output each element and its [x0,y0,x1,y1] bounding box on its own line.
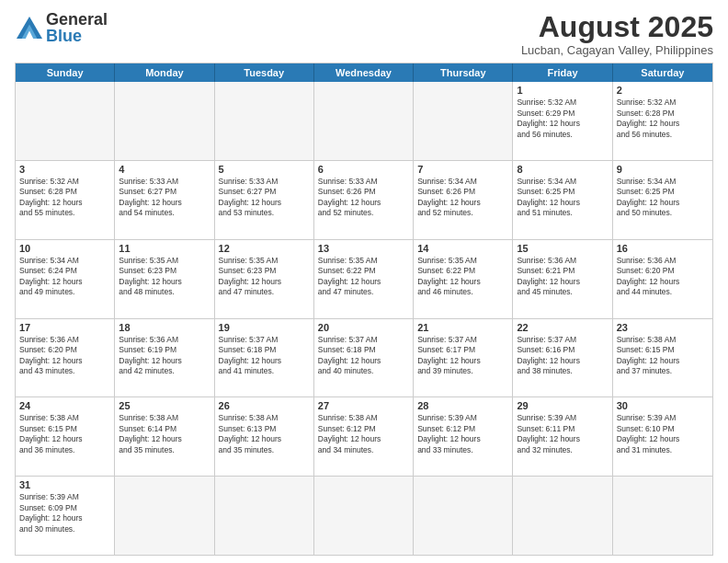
calendar-cell: 28Sunrise: 5:39 AM Sunset: 6:12 PM Dayli… [414,397,513,476]
calendar-cell: 29Sunrise: 5:39 AM Sunset: 6:11 PM Dayli… [513,397,612,476]
day-number: 18 [119,322,210,333]
day-info: Sunrise: 5:38 AM Sunset: 6:15 PM Dayligh… [617,335,709,377]
calendar-cell [16,82,115,160]
header-day-friday: Friday [513,63,612,82]
day-number: 5 [219,164,310,175]
day-info: Sunrise: 5:37 AM Sunset: 6:18 PM Dayligh… [318,335,409,377]
day-info: Sunrise: 5:36 AM Sunset: 6:20 PM Dayligh… [19,335,110,377]
calendar-cell: 14Sunrise: 5:35 AM Sunset: 6:22 PM Dayli… [414,240,513,318]
calendar-cell: 31Sunrise: 5:39 AM Sunset: 6:09 PM Dayli… [16,477,115,555]
calendar-cell: 6Sunrise: 5:33 AM Sunset: 6:26 PM Daylig… [314,161,414,239]
month-year: August 2025 [521,11,713,43]
calendar-cell [215,82,314,160]
day-number: 24 [19,400,110,411]
calendar-cell: 17Sunrise: 5:36 AM Sunset: 6:20 PM Dayli… [16,319,115,397]
calendar-header: SundayMondayTuesdayWednesdayThursdayFrid… [16,63,712,82]
calendar-cell [314,477,414,555]
day-info: Sunrise: 5:32 AM Sunset: 6:28 PM Dayligh… [617,98,709,140]
calendar-cell: 30Sunrise: 5:39 AM Sunset: 6:10 PM Dayli… [613,397,712,476]
title-block: August 2025 Lucban, Cagayan Valley, Phil… [521,11,713,57]
day-info: Sunrise: 5:33 AM Sunset: 6:27 PM Dayligh… [119,177,210,219]
calendar-cell: 27Sunrise: 5:38 AM Sunset: 6:12 PM Dayli… [314,397,414,476]
day-info: Sunrise: 5:37 AM Sunset: 6:17 PM Dayligh… [417,335,508,377]
day-info: Sunrise: 5:32 AM Sunset: 6:28 PM Dayligh… [19,177,110,219]
day-info: Sunrise: 5:34 AM Sunset: 6:26 PM Dayligh… [417,177,508,219]
day-number: 20 [318,322,409,333]
calendar-cell: 23Sunrise: 5:38 AM Sunset: 6:15 PM Dayli… [613,319,712,397]
day-number: 16 [617,243,709,254]
day-number: 30 [617,400,709,411]
calendar-cell [513,477,612,555]
calendar-cell: 2Sunrise: 5:32 AM Sunset: 6:28 PM Daylig… [613,82,712,160]
day-info: Sunrise: 5:34 AM Sunset: 6:24 PM Dayligh… [19,256,110,298]
calendar-cell: 12Sunrise: 5:35 AM Sunset: 6:23 PM Dayli… [215,240,314,318]
calendar-row: 10Sunrise: 5:34 AM Sunset: 6:24 PM Dayli… [16,239,712,318]
day-number: 9 [617,164,709,175]
calendar-cell: 13Sunrise: 5:35 AM Sunset: 6:22 PM Dayli… [314,240,414,318]
calendar-row: 24Sunrise: 5:38 AM Sunset: 6:15 PM Dayli… [16,396,712,476]
header-day-thursday: Thursday [414,63,513,82]
calendar-cell: 22Sunrise: 5:37 AM Sunset: 6:16 PM Dayli… [513,319,612,397]
day-info: Sunrise: 5:39 AM Sunset: 6:11 PM Dayligh… [517,413,608,455]
calendar-cell [414,82,513,160]
calendar-cell: 11Sunrise: 5:35 AM Sunset: 6:23 PM Dayli… [115,240,214,318]
calendar-cell: 1Sunrise: 5:32 AM Sunset: 6:29 PM Daylig… [513,82,612,160]
calendar-row: 31Sunrise: 5:39 AM Sunset: 6:09 PM Dayli… [16,476,712,555]
logo: General Blue [15,11,108,44]
calendar-row: 1Sunrise: 5:32 AM Sunset: 6:29 PM Daylig… [16,82,712,160]
calendar-body: 1Sunrise: 5:32 AM Sunset: 6:29 PM Daylig… [16,82,712,555]
day-info: Sunrise: 5:33 AM Sunset: 6:26 PM Dayligh… [318,177,409,219]
calendar-cell: 5Sunrise: 5:33 AM Sunset: 6:27 PM Daylig… [215,161,314,239]
day-info: Sunrise: 5:35 AM Sunset: 6:22 PM Dayligh… [318,256,409,298]
day-info: Sunrise: 5:34 AM Sunset: 6:25 PM Dayligh… [517,177,608,219]
logo-icon [17,17,42,39]
calendar: SundayMondayTuesdayWednesdayThursdayFrid… [15,63,713,556]
day-info: Sunrise: 5:38 AM Sunset: 6:15 PM Dayligh… [19,413,110,455]
day-info: Sunrise: 5:38 AM Sunset: 6:12 PM Dayligh… [318,413,409,455]
calendar-cell: 25Sunrise: 5:38 AM Sunset: 6:14 PM Dayli… [115,397,214,476]
day-number: 12 [219,243,310,254]
day-info: Sunrise: 5:34 AM Sunset: 6:25 PM Dayligh… [617,177,709,219]
calendar-cell: 8Sunrise: 5:34 AM Sunset: 6:25 PM Daylig… [513,161,612,239]
location: Lucban, Cagayan Valley, Philippines [521,43,713,57]
calendar-cell: 3Sunrise: 5:32 AM Sunset: 6:28 PM Daylig… [16,161,115,239]
calendar-cell: 24Sunrise: 5:38 AM Sunset: 6:15 PM Dayli… [16,397,115,476]
calendar-cell [215,477,314,555]
calendar-cell: 20Sunrise: 5:37 AM Sunset: 6:18 PM Dayli… [314,319,414,397]
calendar-cell [115,82,214,160]
header-day-monday: Monday [115,63,214,82]
day-info: Sunrise: 5:39 AM Sunset: 6:10 PM Dayligh… [617,413,709,455]
day-info: Sunrise: 5:33 AM Sunset: 6:27 PM Dayligh… [219,177,310,219]
day-info: Sunrise: 5:38 AM Sunset: 6:13 PM Dayligh… [219,413,310,455]
page-header: General Blue August 2025 Lucban, Cagayan… [15,11,713,57]
day-info: Sunrise: 5:37 AM Sunset: 6:16 PM Dayligh… [517,335,608,377]
day-info: Sunrise: 5:32 AM Sunset: 6:29 PM Dayligh… [517,98,608,140]
day-number: 7 [417,164,508,175]
day-number: 8 [517,164,608,175]
day-number: 2 [617,85,709,96]
day-number: 10 [19,243,110,254]
calendar-cell: 16Sunrise: 5:36 AM Sunset: 6:20 PM Dayli… [613,240,712,318]
calendar-cell: 7Sunrise: 5:34 AM Sunset: 6:26 PM Daylig… [414,161,513,239]
day-number: 14 [417,243,508,254]
day-info: Sunrise: 5:36 AM Sunset: 6:19 PM Dayligh… [119,335,210,377]
day-number: 4 [119,164,210,175]
day-info: Sunrise: 5:35 AM Sunset: 6:22 PM Dayligh… [417,256,508,298]
header-day-sunday: Sunday [16,63,115,82]
day-info: Sunrise: 5:37 AM Sunset: 6:18 PM Dayligh… [219,335,310,377]
logo-general: General [46,11,108,28]
day-number: 26 [219,400,310,411]
day-info: Sunrise: 5:39 AM Sunset: 6:09 PM Dayligh… [19,492,110,534]
day-number: 22 [517,322,608,333]
day-number: 15 [517,243,608,254]
day-info: Sunrise: 5:35 AM Sunset: 6:23 PM Dayligh… [219,256,310,298]
day-number: 19 [219,322,310,333]
day-number: 11 [119,243,210,254]
calendar-cell: 9Sunrise: 5:34 AM Sunset: 6:25 PM Daylig… [613,161,712,239]
calendar-cell [613,477,712,555]
calendar-cell [115,477,214,555]
calendar-cell: 10Sunrise: 5:34 AM Sunset: 6:24 PM Dayli… [16,240,115,318]
calendar-cell: 19Sunrise: 5:37 AM Sunset: 6:18 PM Dayli… [215,319,314,397]
calendar-cell [414,477,513,555]
calendar-cell: 4Sunrise: 5:33 AM Sunset: 6:27 PM Daylig… [115,161,214,239]
